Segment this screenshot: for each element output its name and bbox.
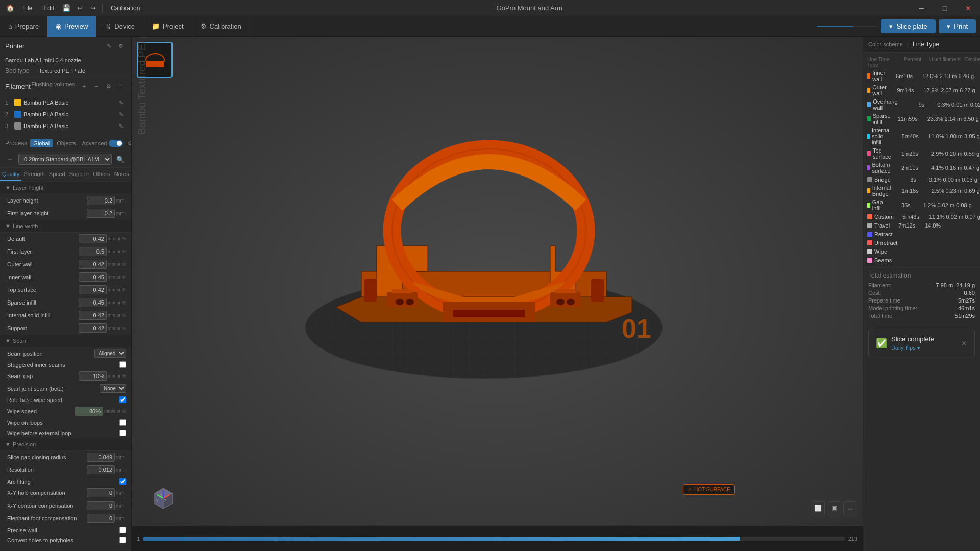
redo-icon[interactable]: ↪	[87, 2, 99, 14]
scarf-joint-select[interactable]: None	[100, 384, 126, 393]
filament-settings-icon[interactable]: ⚙	[104, 81, 114, 91]
close-btn[interactable]: ✕	[957, 0, 980, 16]
resolution-input[interactable]	[87, 465, 115, 474]
tab-speed[interactable]: Speed	[47, 168, 67, 181]
layer-height-section[interactable]: ▼ Layer height	[0, 182, 131, 194]
internal-solid-width-input[interactable]	[79, 311, 107, 320]
support-width-input[interactable]	[79, 323, 107, 333]
outer-wall-width-input[interactable]	[79, 260, 107, 269]
filament-edit-2[interactable]: ✎	[116, 109, 126, 119]
xy-hole-input[interactable]	[87, 488, 115, 497]
layer-slider-max: 219	[848, 536, 857, 542]
cost-est-label: Cost:	[868, 290, 881, 296]
convert-holes-checkbox[interactable]	[119, 537, 126, 543]
staggered-inner-seams-checkbox[interactable]	[119, 361, 126, 368]
seam-section[interactable]: ▼ Seam	[0, 335, 131, 347]
viewport[interactable]: Bambu Textured PEI plate	[132, 37, 863, 551]
elephant-foot-unit: mm	[116, 516, 126, 521]
maximize-btn[interactable]: □	[933, 0, 957, 16]
layer-progress-bar[interactable]	[143, 537, 845, 541]
line-width-section[interactable]: ▼ Line width	[0, 220, 131, 233]
nav-calibration[interactable]: ⚙ Calibration	[192, 16, 250, 37]
wipe-on-loops-checkbox[interactable]	[119, 419, 126, 426]
view-perspective-icon[interactable]: ⬜	[811, 501, 825, 515]
filament-add-icon[interactable]: +	[79, 81, 89, 91]
nav-preview[interactable]: ◉ Preview	[47, 16, 96, 37]
file-menu[interactable]: File	[17, 3, 37, 14]
layer-height-input[interactable]	[87, 196, 115, 205]
filament-row-2: 2 Bambu PLA Basic ✎	[5, 109, 126, 119]
seam-gap-input[interactable]	[79, 371, 107, 381]
thumbnail-1[interactable]	[137, 42, 173, 78]
color-scheme-label: Color scheme	[868, 41, 903, 47]
filament-edit-3[interactable]: ✎	[116, 121, 126, 131]
view-ortho-icon[interactable]: ▣	[827, 501, 841, 515]
precise-wall-checkbox[interactable]	[119, 527, 126, 533]
global-tab[interactable]: Global	[30, 139, 53, 147]
nav-bar: ⌂ Prepare ◉ Preview 🖨 Device 📁 Project ⚙…	[0, 16, 980, 37]
nav-prepare[interactable]: ⌂ Prepare	[0, 16, 47, 37]
printer-edit-icon[interactable]: ✎	[104, 41, 114, 51]
home-icon[interactable]: 🏠	[4, 2, 16, 14]
printer-settings-icon[interactable]: ⚙	[116, 41, 126, 51]
save-icon[interactable]: 💾	[60, 2, 72, 14]
nav-device[interactable]: 🖨 Device	[96, 16, 143, 37]
print-button[interactable]: ▾ Print	[939, 19, 976, 33]
nav-project[interactable]: 📁 Project	[143, 16, 192, 37]
svg-rect-9	[555, 289, 576, 293]
tab-quality[interactable]: Quality	[0, 168, 21, 181]
role-base-wipe-speed-checkbox[interactable]	[119, 396, 126, 403]
objects-tab[interactable]: Objects	[54, 139, 79, 147]
tab-support[interactable]: Support	[67, 168, 91, 181]
first-layer-width-input[interactable]	[79, 247, 107, 256]
precision-section[interactable]: ▼ Precision	[0, 438, 131, 451]
precise-wall-label: Precise wall	[7, 527, 119, 533]
inner-wall-width-unit: mm or %	[108, 274, 126, 280]
line-width-title: Line width	[13, 223, 38, 229]
seam-position-select[interactable]: Aligned	[94, 349, 126, 358]
minimize-btn[interactable]: ─	[910, 0, 933, 16]
wipe-before-external-checkbox[interactable]	[119, 430, 126, 436]
lt-col-pct: Percent	[904, 57, 929, 68]
undo-icon[interactable]: ↩	[74, 2, 86, 14]
filament-num-3: 3	[5, 123, 12, 129]
layer-height-title: Layer height	[13, 185, 44, 191]
thumbnail-strip	[137, 42, 173, 78]
right-panel: Color scheme | Line Type Line Type Time …	[863, 37, 980, 551]
process-settings-icon[interactable]: ⚙	[125, 138, 132, 148]
arc-fitting-checkbox[interactable]	[119, 478, 126, 485]
filament-more-icon[interactable]: ⋮	[116, 81, 126, 91]
orientation-cube-container[interactable]: X Y Z	[147, 481, 180, 515]
preset-select[interactable]: 0.20mm Standard @BBL A1M	[18, 154, 112, 165]
staggered-inner-seams-row: Staggered inner seams	[0, 360, 131, 370]
precise-wall-row: Precise wall	[0, 525, 131, 535]
xy-hole-label: X-Y hole compensation	[7, 490, 87, 496]
default-width-input[interactable]	[79, 234, 107, 243]
layer-height-unit: mm	[116, 198, 126, 204]
filament-remove-icon[interactable]: −	[91, 81, 102, 91]
wipe-speed-row: Wipe speed mm/s or %	[0, 405, 131, 418]
sparse-infill-width-input[interactable]	[79, 298, 107, 307]
tab-others[interactable]: Others	[91, 168, 112, 181]
advanced-toggle-switch[interactable]	[109, 140, 123, 147]
tab-strength[interactable]: Strength	[21, 168, 47, 181]
tab-notes[interactable]: Notes	[112, 168, 131, 181]
toast-close-icon[interactable]: ✕	[961, 339, 967, 347]
top-surface-width-input[interactable]	[79, 285, 107, 294]
slice-gap-input[interactable]	[87, 453, 115, 462]
xy-contour-input[interactable]	[87, 501, 115, 510]
elephant-foot-label: Elephant foot compensation	[7, 515, 87, 521]
view-zoom-icon[interactable]: ⚊	[843, 501, 857, 515]
calibration-menu[interactable]: Calibration	[106, 3, 145, 14]
preset-search-icon[interactable]: 🔍	[115, 154, 126, 165]
daily-tips-link[interactable]: Daily Tips ▾	[891, 345, 957, 352]
wipe-speed-input[interactable]	[75, 407, 103, 416]
edit-menu[interactable]: Edit	[38, 3, 59, 14]
slice-plate-button[interactable]: ▾ Slice plate	[881, 19, 936, 33]
first-layer-height-input[interactable]	[87, 209, 115, 218]
estimation-section: Total estimation Filament: 7.98 m 24.19 …	[863, 267, 980, 324]
inner-wall-width-input[interactable]	[79, 272, 107, 282]
filament-edit-1[interactable]: ✎	[116, 97, 126, 108]
preset-back-icon[interactable]: ←	[5, 154, 15, 164]
elephant-foot-input[interactable]	[87, 514, 115, 523]
